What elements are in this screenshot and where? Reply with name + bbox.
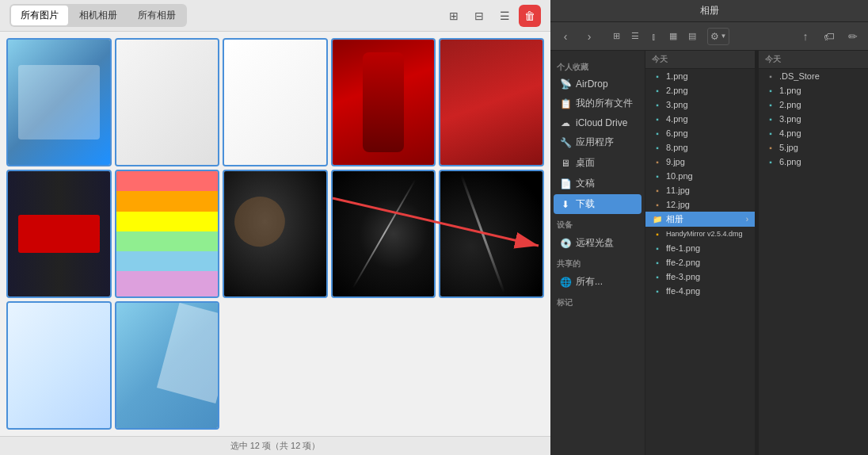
- file-name: 5.jpg: [779, 143, 798, 152]
- file-list-panel-1: 今天 ▪ 1.png ▪ 2.png ▪ 3.png ▪ 4.png: [645, 51, 756, 455]
- downloads-icon: ⬇: [560, 199, 571, 210]
- view-buttons: ⊞ ☰ ⫿ ▦ ▤: [607, 28, 701, 45]
- photo-cell-5[interactable]: [439, 38, 544, 166]
- grid-view-button[interactable]: ⊞: [443, 5, 465, 27]
- file-item-folder[interactable]: 📁 相册 ›: [645, 212, 755, 227]
- column-view-button[interactable]: ⫿: [645, 28, 663, 45]
- png-icon: ▪: [652, 271, 663, 282]
- photo-image-4: [333, 40, 435, 165]
- file-name: ffe-2.png: [666, 258, 700, 267]
- photo-cell-12[interactable]: [115, 301, 220, 430]
- edit-button[interactable]: ✏: [844, 28, 862, 45]
- share-button[interactable]: ↑: [797, 28, 814, 45]
- sidebar-item-downloads[interactable]: ⬇ 下载: [554, 194, 641, 214]
- file-item2-4png[interactable]: ▪ 4.png: [759, 126, 868, 140]
- sidebar-section-tags: 标记: [550, 292, 645, 310]
- photo-cell-11[interactable]: [6, 301, 112, 430]
- list-view-button[interactable]: ☰: [493, 5, 516, 27]
- file-item-2png[interactable]: ▪ 2.png: [645, 83, 755, 98]
- sidebar-item-docs[interactable]: 📄 文稿: [554, 174, 641, 193]
- file-item-ffe3[interactable]: ▪ ffe-3.png: [645, 270, 755, 284]
- png-icon: ▪: [652, 113, 663, 124]
- sidebar-item-desktop[interactable]: 🖥 桌面: [554, 153, 641, 173]
- photo-image-10: [440, 171, 542, 296]
- photo-cell-3[interactable]: [223, 38, 328, 166]
- sidebar-section-devices: 设备: [550, 215, 645, 232]
- file-name: 11.jpg: [666, 185, 690, 195]
- file-item-8png[interactable]: ▪ 8.png: [645, 140, 755, 155]
- tab-camera-roll[interactable]: 相机相册: [70, 6, 127, 25]
- photo-image-8: [224, 171, 326, 296]
- sidebar-item-apps[interactable]: 🔧 应用程序: [554, 132, 641, 152]
- photo-cell-1[interactable]: [6, 38, 112, 166]
- tab-all-photos[interactable]: 所有图片: [11, 6, 68, 25]
- photo-cell-6[interactable]: [6, 170, 112, 298]
- sidebar-item-all-shared-label: 所有...: [576, 275, 603, 289]
- desktop-icon: 🖥: [560, 158, 571, 169]
- file-item-1png[interactable]: ▪ 1.png: [645, 69, 755, 83]
- folder-icon: 📁: [652, 214, 663, 225]
- file-name: 9.jpg: [666, 157, 685, 166]
- finder-titlebar: 相册: [550, 0, 868, 22]
- file-item-3png[interactable]: ▪ 3.png: [645, 98, 755, 112]
- file-item-10png[interactable]: ▪ 10.png: [645, 169, 755, 183]
- file-item2-3png[interactable]: ▪ 3.png: [759, 112, 868, 126]
- gear-dropdown-icon: ▼: [721, 32, 727, 40]
- file-name: 4.png: [779, 128, 801, 138]
- png-icon: ▪: [652, 170, 663, 182]
- photo-cell-9[interactable]: [331, 170, 436, 298]
- sidebar-section-shared: 共享的: [550, 254, 645, 271]
- sidebar-item-all-files[interactable]: 📋 我的所有文件: [554, 94, 641, 113]
- photo-image-6: [8, 171, 110, 296]
- dvd-icon: 💿: [560, 238, 571, 249]
- tab-all-albums[interactable]: 所有相册: [128, 6, 185, 25]
- photo-cell-4[interactable]: [331, 38, 436, 166]
- jpg-icon: ▪: [765, 142, 776, 153]
- sidebar-item-docs-label: 文稿: [576, 177, 595, 190]
- photo-image-9: [333, 171, 435, 296]
- tag-button[interactable]: 🏷: [820, 28, 838, 45]
- file-item-ffe4[interactable]: ▪ ffe-4.png: [645, 284, 755, 298]
- shared-icon: 🌐: [560, 277, 571, 288]
- photos-status-bar: 选中 12 项（共 12 项）: [0, 436, 550, 455]
- forward-button[interactable]: ›: [581, 28, 598, 45]
- grid-view-button2[interactable]: ⊟: [468, 5, 490, 27]
- coverflow-button[interactable]: ▤: [683, 28, 701, 45]
- sidebar-item-desktop-label: 桌面: [576, 156, 595, 170]
- photo-cell-7[interactable]: [115, 170, 220, 298]
- icon-view-button[interactable]: ⊞: [607, 28, 625, 45]
- photo-cell-8[interactable]: [223, 170, 328, 298]
- all-files-icon: 📋: [560, 98, 571, 109]
- photo-image-3: [224, 40, 326, 165]
- photo-cell-empty1: [223, 301, 328, 430]
- file-item2-2png[interactable]: ▪ 2.png: [759, 98, 868, 112]
- sidebar-item-airdrop[interactable]: 📡 AirDrop: [554, 75, 641, 93]
- cover-view-button[interactable]: ▦: [664, 28, 682, 45]
- file-item-9jpg[interactable]: ▪ 9.jpg: [645, 155, 755, 169]
- file-item-12jpg[interactable]: ▪ 12.jpg: [645, 197, 755, 212]
- finder-title: 相册: [700, 4, 719, 17]
- file-item-11jpg[interactable]: ▪ 11.jpg: [645, 183, 755, 197]
- file-item-ffe2[interactable]: ▪ ffe-2.png: [645, 255, 755, 270]
- file-item-dmg[interactable]: ▪ HandyMirror v2.5.4.dmg: [645, 227, 755, 241]
- file-name: 4.png: [666, 114, 688, 124]
- file-item-dsstore[interactable]: ▪ .DS_Store: [759, 69, 868, 83]
- list-view-button[interactable]: ☰: [626, 28, 644, 45]
- file-item2-5jpg[interactable]: ▪ 5.jpg: [759, 140, 868, 155]
- sidebar-item-dvd[interactable]: 💿 远程光盘: [554, 233, 641, 253]
- sidebar-item-icloud[interactable]: ☁ iCloud Drive: [554, 114, 641, 132]
- file-item-ffe1[interactable]: ▪ ffe-1.png: [645, 241, 755, 255]
- photo-image-1: [8, 40, 110, 165]
- file-item-6png[interactable]: ▪ 6.png: [645, 126, 755, 140]
- gear-menu-button[interactable]: ⚙ ▼: [707, 28, 729, 45]
- file-item2-6png[interactable]: ▪ 6.png: [759, 155, 868, 169]
- file-item2-1png[interactable]: ▪ 1.png: [759, 83, 868, 98]
- png-icon: ▪: [652, 257, 663, 268]
- delete-button[interactable]: 🗑: [519, 5, 541, 27]
- file-item-4png[interactable]: ▪ 4.png: [645, 112, 755, 126]
- sidebar-item-icloud-label: iCloud Drive: [576, 117, 627, 128]
- photo-cell-10[interactable]: [439, 170, 544, 298]
- sidebar-item-all-shared[interactable]: 🌐 所有...: [554, 272, 641, 292]
- back-button[interactable]: ‹: [557, 28, 574, 45]
- photo-cell-2[interactable]: [115, 38, 220, 166]
